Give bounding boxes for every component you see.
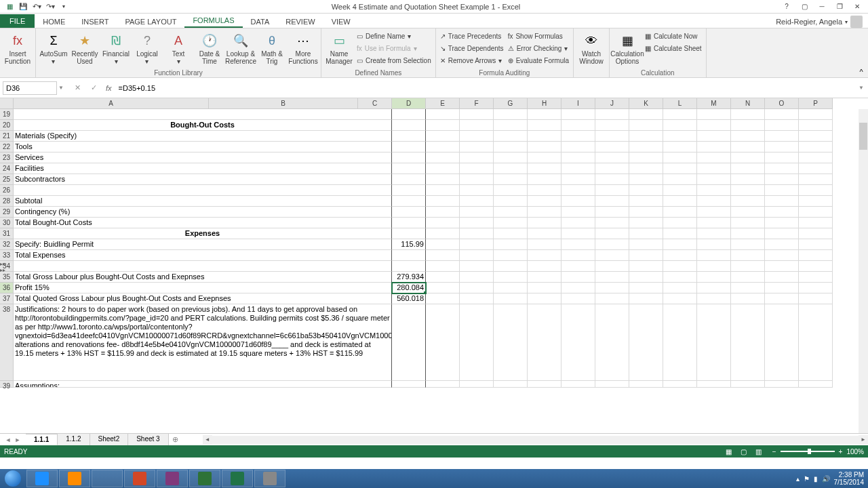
cell-l25[interactable] [663, 174, 697, 185]
cell-g21[interactable] [494, 131, 528, 142]
cell-e24[interactable] [426, 163, 460, 174]
row-header-38[interactable]: 38 [0, 304, 14, 381]
sheet-tab-112[interactable]: 1.1.2 [58, 434, 90, 445]
cell-g26[interactable] [494, 185, 528, 196]
tab-pagelayout[interactable]: PAGE LAYOUT [117, 16, 184, 28]
cell-a31[interactable]: Expenses [14, 228, 392, 239]
cell-f19[interactable] [460, 109, 494, 120]
cell-l32[interactable] [663, 239, 697, 250]
cell-n32[interactable] [731, 239, 765, 250]
cell-f39[interactable] [460, 381, 494, 388]
cell-j38[interactable] [595, 304, 629, 381]
cell-a38[interactable]: Justifications: 2 hours to do paper work… [14, 304, 392, 381]
cell-a37[interactable]: Total Quoted Gross Labour plus Bought-Ou… [14, 293, 392, 304]
cell-j20[interactable] [595, 120, 629, 131]
create-from-selection-button[interactable]: ▭ Create from Selection [355, 54, 433, 66]
cell-e39[interactable] [426, 381, 460, 388]
cell-i20[interactable] [561, 120, 595, 131]
col-header-G[interactable]: G [494, 98, 528, 109]
cell-d35[interactable]: 279.934 [392, 272, 426, 283]
cell-k36[interactable] [629, 283, 663, 293]
zoom-in-icon[interactable]: + [839, 448, 843, 455]
col-header-H[interactable]: H [528, 98, 561, 109]
cell-a29[interactable]: Contingency (%) [14, 207, 392, 218]
cell-l39[interactable] [663, 381, 697, 388]
cell-d19[interactable] [392, 109, 426, 120]
cell-f25[interactable] [460, 174, 494, 185]
cell-p24[interactable] [799, 163, 833, 174]
calculation-options-button[interactable]: ▦Calculation Options [612, 30, 642, 68]
evaluate-formula-button[interactable]: ⊕ Evaluate Formula [507, 54, 570, 66]
tray-flag-icon[interactable]: ⚑ [804, 475, 810, 483]
row-header-36[interactable]: 36 [0, 283, 14, 293]
cell-f26[interactable] [460, 185, 494, 196]
cell-e23[interactable] [426, 152, 460, 163]
save-icon[interactable]: 💾 [18, 1, 28, 12]
cell-l23[interactable] [663, 152, 697, 163]
task-powerpoint[interactable] [124, 470, 155, 487]
sheet-tab-111[interactable]: 1.1.1 [26, 434, 58, 445]
select-all-corner[interactable] [0, 98, 14, 109]
lookup-button[interactable]: 🔍Lookup & Reference [226, 30, 256, 68]
add-sheet-button[interactable]: ⊕ [169, 435, 182, 444]
cell-j19[interactable] [595, 109, 629, 120]
cell-o36[interactable] [765, 283, 799, 293]
cell-f33[interactable] [460, 250, 494, 261]
cell-m22[interactable] [697, 142, 731, 152]
col-header-I[interactable]: I [561, 98, 595, 109]
cell-a33[interactable]: Total Expenses [14, 250, 392, 261]
cell-p25[interactable] [799, 174, 833, 185]
cell-k19[interactable] [629, 109, 663, 120]
cell-j28[interactable] [595, 196, 629, 207]
cell-a35[interactable]: Total Gross Labour plus Bought-Out Costs… [14, 272, 392, 283]
cell-m39[interactable] [697, 381, 731, 388]
cell-j29[interactable] [595, 207, 629, 218]
cell-e22[interactable] [426, 142, 460, 152]
cell-o23[interactable] [765, 152, 799, 163]
zoom-level[interactable]: 100% [846, 448, 864, 455]
tab-home[interactable]: HOME [35, 16, 73, 28]
calculate-sheet-button[interactable]: ▦ Calculate Sheet [644, 42, 703, 54]
cell-o22[interactable] [765, 142, 799, 152]
cell-m36[interactable] [697, 283, 731, 293]
cell-o30[interactable] [765, 218, 799, 228]
cell-m24[interactable] [697, 163, 731, 174]
cell-m19[interactable] [697, 109, 731, 120]
task-excel[interactable] [222, 470, 253, 487]
cell-h30[interactable] [528, 218, 561, 228]
cell-h19[interactable] [528, 109, 561, 120]
outline-expand-icon[interactable]: ▸▸▸▸ [0, 261, 12, 274]
cell-h22[interactable] [528, 142, 561, 152]
cell-a36[interactable]: Profit 15% [14, 283, 392, 293]
cell-l21[interactable] [663, 131, 697, 142]
cell-f24[interactable] [460, 163, 494, 174]
cell-p20[interactable] [799, 120, 833, 131]
cell-k30[interactable] [629, 218, 663, 228]
cell-j34[interactable] [595, 261, 629, 272]
cell-m34[interactable] [697, 261, 731, 272]
row-header-24[interactable]: 24 [0, 163, 14, 174]
insert-function-button[interactable]: fxInsert Function [3, 30, 33, 68]
cell-n36[interactable] [731, 283, 765, 293]
cell-n31[interactable] [731, 228, 765, 239]
qat-customize-icon[interactable]: ▼ [58, 1, 69, 12]
cell-d39[interactable] [392, 381, 426, 388]
define-name-button[interactable]: ▭ Define Name ▾ [355, 30, 433, 42]
row-header-30[interactable]: 30 [0, 218, 14, 228]
row-header-20[interactable]: 20 [0, 120, 14, 131]
cell-k28[interactable] [629, 196, 663, 207]
cell-h26[interactable] [528, 185, 561, 196]
cell-i30[interactable] [561, 218, 595, 228]
name-box-dropdown-icon[interactable]: ▼ [57, 85, 65, 91]
cell-i33[interactable] [561, 250, 595, 261]
cell-d20[interactable] [392, 120, 426, 131]
cell-f32[interactable] [460, 239, 494, 250]
cell-p26[interactable] [799, 185, 833, 196]
cell-a22[interactable]: Tools [14, 142, 392, 152]
collapse-ribbon-icon[interactable]: ^ [854, 28, 868, 77]
cell-n33[interactable] [731, 250, 765, 261]
cell-d21[interactable] [392, 131, 426, 142]
more-functions-button[interactable]: ⋯More Functions [288, 30, 318, 68]
cell-p35[interactable] [799, 272, 833, 283]
cell-g29[interactable] [494, 207, 528, 218]
